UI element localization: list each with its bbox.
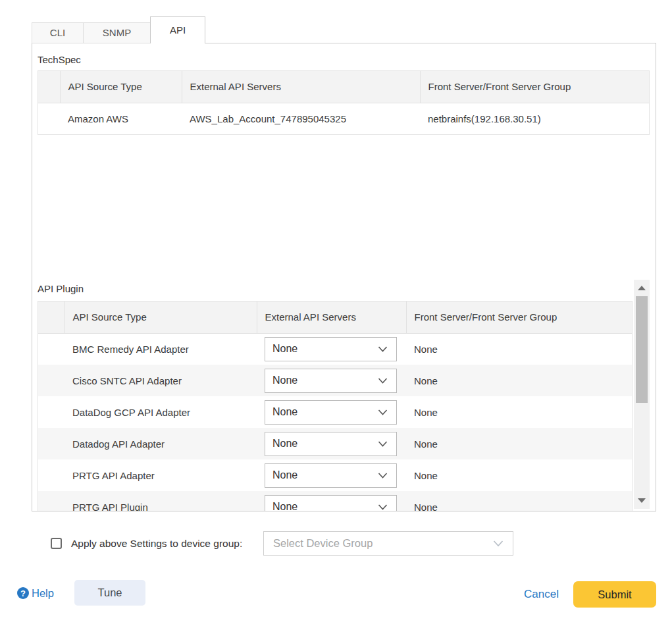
plugin-cell-source-type: BMC Remedy API Adapter [65, 333, 257, 365]
api-plugin-section-label: API Plugin [38, 283, 84, 294]
tab-snmp[interactable]: SNMP [83, 22, 151, 43]
plugin-cell-front-server: None [406, 333, 632, 365]
plugin-cell-external-servers: None [257, 333, 406, 365]
chevron-down-icon [378, 473, 388, 479]
api-plugin-table: API Source Type External API Servers Fro… [38, 301, 633, 511]
techspec-section-label: TechSpec [38, 54, 81, 65]
techspec-header-front-server: Front Server/Front Server Group [420, 71, 649, 103]
plugin-header-source-type: API Source Type [65, 301, 257, 333]
plugin-row-bmc-remedy: BMC Remedy API Adapter None None [38, 333, 632, 365]
plugin-cell-empty [38, 365, 65, 396]
plugin-row-prtg-plugin: PRTG API Plugin None None [38, 491, 632, 511]
plugin-row-prtg-adapter: PRTG API Adapter None None [38, 459, 632, 491]
external-servers-dropdown[interactable]: None [265, 463, 397, 488]
cancel-button[interactable]: Cancel [524, 588, 559, 601]
external-servers-dropdown[interactable]: None [265, 495, 397, 512]
plugin-row-cisco-sntc: Cisco SNTC API Adapter None None [38, 365, 632, 396]
plugin-cell-external-servers: None [257, 459, 406, 491]
dropdown-value: None [272, 375, 297, 386]
plugin-cell-empty [38, 333, 65, 365]
chevron-down-icon [378, 378, 388, 384]
techspec-header-row: API Source Type External API Servers Fro… [38, 71, 649, 103]
chevron-down-icon [378, 409, 388, 415]
plugin-cell-external-servers: None [257, 396, 406, 428]
techspec-cell-front-server: netbrainfs(192.168.30.51) [420, 103, 649, 134]
help-link[interactable]: Help [32, 587, 54, 600]
plugin-cell-external-servers: None [257, 491, 406, 511]
plugin-header-row: API Source Type External API Servers Fro… [38, 301, 632, 333]
techspec-cell-external-servers: AWS_Lab_Account_747895045325 [182, 103, 420, 134]
plugin-cell-source-type: Datadog API Adapter [65, 428, 257, 459]
scrollbar-thumb[interactable] [636, 296, 648, 403]
plugin-cell-front-server: None [406, 428, 632, 459]
external-servers-dropdown[interactable]: None [265, 337, 397, 361]
chevron-down-icon [493, 540, 504, 547]
device-group-placeholder: Select Device Group [273, 537, 373, 550]
tab-api[interactable]: API [150, 16, 205, 43]
plugin-header-front-server: Front Server/Front Server Group [406, 301, 632, 333]
techspec-cell-source-type: Amazon AWS [60, 103, 182, 134]
chevron-down-icon [378, 504, 388, 510]
techspec-header-external-servers: External API Servers [182, 71, 420, 103]
submit-button[interactable]: Submit [573, 581, 656, 608]
dropdown-value: None [272, 501, 297, 511]
dropdown-value: None [272, 406, 297, 418]
plugin-cell-source-type: Cisco SNTC API Adapter [65, 365, 257, 396]
plugin-cell-empty [38, 428, 65, 459]
plugin-cell-empty [38, 491, 65, 511]
chevron-down-icon [378, 346, 388, 352]
techspec-row-amazon-aws[interactable]: Amazon AWS AWS_Lab_Account_747895045325 … [38, 103, 649, 134]
plugin-cell-front-server: None [406, 491, 632, 511]
plugin-cell-front-server: None [406, 365, 632, 396]
plugin-cell-front-server: None [406, 459, 632, 491]
plugin-cell-front-server: None [406, 396, 632, 428]
dropdown-value: None [272, 343, 297, 355]
scroll-up-arrow-icon[interactable] [638, 286, 646, 290]
apply-device-group-label: Apply above Settings to device group: [71, 538, 242, 550]
api-settings-panel: TechSpec API Source Type External API Se… [32, 43, 656, 511]
plugin-header-empty [38, 301, 65, 333]
plugin-cell-source-type: PRTG API Plugin [65, 491, 257, 511]
tab-cli[interactable]: CLI [32, 22, 84, 43]
plugin-cell-external-servers: None [257, 365, 406, 396]
tune-button[interactable]: Tune [74, 580, 145, 606]
plugin-row-datadog: Datadog API Adapter None None [38, 428, 632, 459]
help-icon[interactable]: ? [17, 587, 29, 599]
external-servers-dropdown[interactable]: None [265, 432, 397, 456]
dropdown-value: None [272, 469, 297, 481]
scroll-down-arrow-icon[interactable] [638, 498, 646, 503]
plugin-cell-empty [38, 459, 65, 491]
plugin-header-external-servers: External API Servers [257, 301, 406, 333]
techspec-cell-empty [38, 103, 60, 134]
plugin-cell-source-type: PRTG API Adapter [65, 459, 257, 491]
plugin-scrollbar[interactable] [634, 280, 650, 509]
plugin-cell-empty [38, 396, 65, 428]
chevron-down-icon [378, 441, 388, 447]
techspec-header-empty [38, 71, 60, 103]
techspec-table: API Source Type External API Servers Fro… [38, 70, 650, 135]
device-group-select[interactable]: Select Device Group [263, 531, 513, 556]
apply-device-group-checkbox[interactable] [51, 538, 62, 549]
plugin-cell-external-servers: None [257, 428, 406, 459]
techspec-header-source-type: API Source Type [60, 71, 182, 103]
tab-bar: CLI SNMP API [32, 16, 205, 43]
plugin-row-datadog-gcp: DataDog GCP API Adapter None None [38, 396, 632, 428]
dropdown-value: None [272, 438, 297, 450]
external-servers-dropdown[interactable]: None [265, 369, 397, 393]
plugin-cell-source-type: DataDog GCP API Adapter [65, 396, 257, 428]
external-servers-dropdown[interactable]: None [265, 400, 397, 425]
